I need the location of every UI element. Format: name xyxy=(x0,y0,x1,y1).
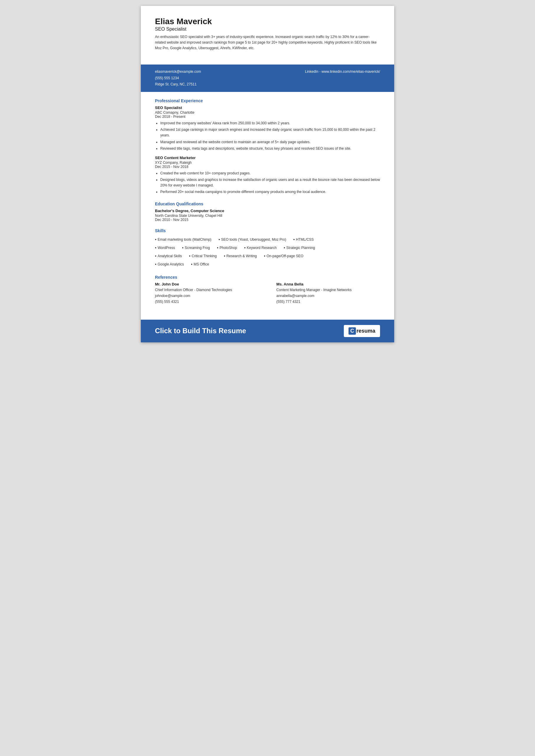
skill-item: • Google Analytics xyxy=(155,260,184,268)
contact-left: eliasmaverick@example.com (555) 555 1234… xyxy=(155,69,201,88)
bullet-dot: • xyxy=(155,260,156,268)
ref-1-role: Chief Information Officer - Diamond Tech… xyxy=(155,287,259,293)
bullet-item: Managed and reviewed all the website con… xyxy=(160,139,380,145)
ref-1-phone: (555) 555 4321 xyxy=(155,299,259,305)
skill-item: • Critical Thinking xyxy=(189,252,217,260)
skill-item: • Screaming Frog xyxy=(182,244,210,252)
bullet-dot: • xyxy=(155,252,156,260)
skill-item: • HTML/CSS xyxy=(294,236,314,244)
ref-2-role: Content Marketing Manager - Imagine Netw… xyxy=(276,287,380,293)
linkedin-label: LinkedIn - xyxy=(305,70,321,74)
skills-row-1: • Email marketing tools (MailChimp) • SE… xyxy=(155,236,380,244)
ref-2-phone: (555) 777 4321 xyxy=(276,299,380,305)
bullet-item: Designed blogs, videos and graphics to i… xyxy=(160,177,380,188)
resume-page: Elias Maverick SEO Specialist An enthusi… xyxy=(141,6,394,342)
job-1-dates: Dec 2018 - Present xyxy=(155,115,380,119)
contact-bar: eliasmaverick@example.com (555) 555 1234… xyxy=(141,65,394,92)
skill-item: • On-page/Off-page SEO xyxy=(264,252,303,260)
reference-1: Mr. John Doe Chief Information Officer -… xyxy=(155,282,259,305)
skills-row-2: • WordPress • Screaming Frog • PhotoShop… xyxy=(155,244,380,252)
skills-row-4: • Google Analytics • MS Office xyxy=(155,260,380,268)
bullet-dot: • xyxy=(191,260,192,268)
references-section: References Mr. John Doe Chief Informatio… xyxy=(155,275,380,305)
bullet-dot: • xyxy=(264,252,266,260)
contact-phone: (555) 555 1234 xyxy=(155,75,201,82)
skill-item: • Analytical Skills xyxy=(155,252,182,260)
job-1-company: ABC Comapny, Charlotte xyxy=(155,110,380,115)
skills-title: Skills xyxy=(155,228,380,233)
bullet-dot: • xyxy=(294,236,295,244)
resume-lower: Professional Experience SEO Specialist A… xyxy=(141,92,394,314)
contact-right: LinkedIn - www.linkedin.com/me/elias-mav… xyxy=(305,69,380,75)
bullet-item: Reviewed title tags, meta tags and descr… xyxy=(160,146,380,152)
candidate-name: Elias Maverick xyxy=(155,16,380,26)
experience-title: Professional Experience xyxy=(155,98,380,103)
bullet-dot: • xyxy=(182,244,183,252)
job-2-bullets: Created the web content for 10+ company … xyxy=(155,171,380,195)
candidate-summary: An enthusiastic SEO specialist with 3+ y… xyxy=(155,34,380,51)
bullet-dot: • xyxy=(155,244,156,252)
bullet-dot: • xyxy=(244,244,246,252)
institution: North Carolina State University, Chapel … xyxy=(155,213,380,218)
job-1-title: SEO Specialist xyxy=(155,105,380,110)
bullet-item: Improved the company websites' Alexa ran… xyxy=(160,121,380,126)
job-1: SEO Specialist ABC Comapny, Charlotte De… xyxy=(155,105,380,152)
job-2-company: XYZ Company, Raleigh xyxy=(155,160,380,165)
cta-logo-c: C xyxy=(349,327,356,335)
skill-item: • PhotoShop xyxy=(217,244,237,252)
candidate-title: SEO Specialist xyxy=(155,26,380,32)
contact-email: eliasmaverick@example.com xyxy=(155,69,201,75)
skill-item: • Research & Writing xyxy=(224,252,257,260)
cta-text: Click to Build This Resume xyxy=(155,327,246,335)
skill-item: • MS Office xyxy=(191,260,209,268)
job-2-dates: Dec 2015 - Nov 2018 xyxy=(155,165,380,169)
resume-body: Elias Maverick SEO Specialist An enthusi… xyxy=(141,6,394,65)
cta-logo: C resuma xyxy=(344,325,380,337)
skill-item: • SEO tools (Yoast, Ubersuggest, Moz Pro… xyxy=(219,236,286,244)
bullet-item: Performed 20+ social media campaigns to … xyxy=(160,189,380,195)
header-section: Elias Maverick SEO Specialist An enthusi… xyxy=(155,16,380,51)
ref-2-name: Ms. Anna Bella xyxy=(276,282,380,286)
bullet-item: Achieved 1st page rankings in major sear… xyxy=(160,127,380,138)
bullet-dot: • xyxy=(155,236,156,244)
ref-1-name: Mr. John Doe xyxy=(155,282,259,286)
bullet-dot: • xyxy=(284,244,285,252)
bullet-dot: • xyxy=(224,252,225,260)
ref-1-email: johndoe@sample.com xyxy=(155,293,259,299)
skills-section: Skills • Email marketing tools (MailChim… xyxy=(155,228,380,268)
bullet-dot: • xyxy=(219,236,220,244)
linkedin-url: www.linkedin.com/me/elias-maverick/ xyxy=(322,70,380,74)
skills-row-3: • Analytical Skills • Critical Thinking … xyxy=(155,252,380,260)
bullet-item: Created the web content for 10+ company … xyxy=(160,171,380,176)
contact-address: Ridge St. Cary, NC, 27511 xyxy=(155,81,201,88)
skill-item: • Strategic Planning xyxy=(284,244,315,252)
education-1: Bachelor's Degree, Computer Science Nort… xyxy=(155,209,380,222)
bullet-dot: • xyxy=(189,252,191,260)
edu-dates: Dec 2010 - Nov 2015 xyxy=(155,218,380,222)
bullet-dot: • xyxy=(217,244,218,252)
job-2-title: SEO Content Marketer xyxy=(155,155,380,160)
references-title: References xyxy=(155,275,380,280)
cta-footer[interactable]: Click to Build This Resume C resuma xyxy=(141,320,394,342)
job-1-bullets: Improved the company websites' Alexa ran… xyxy=(155,121,380,152)
degree: Bachelor's Degree, Computer Science xyxy=(155,209,380,213)
contact-linkedin: LinkedIn - www.linkedin.com/me/elias-mav… xyxy=(305,69,380,75)
education-title: Education Qualifications xyxy=(155,202,380,206)
reference-2: Ms. Anna Bella Content Marketing Manager… xyxy=(276,282,380,305)
experience-section: Professional Experience SEO Specialist A… xyxy=(155,98,380,195)
cta-logo-text: resuma xyxy=(356,328,375,334)
skill-item: • WordPress xyxy=(155,244,175,252)
skill-item: • Email marketing tools (MailChimp) xyxy=(155,236,211,244)
ref-2-email: annabella@sample.com xyxy=(276,293,380,299)
skills-grid: • Email marketing tools (MailChimp) • SE… xyxy=(155,236,380,268)
references-grid: Mr. John Doe Chief Information Officer -… xyxy=(155,282,380,305)
job-2: SEO Content Marketer XYZ Company, Raleig… xyxy=(155,155,380,195)
skill-item: • Keyword Research xyxy=(244,244,277,252)
education-section: Education Qualifications Bachelor's Degr… xyxy=(155,202,380,222)
